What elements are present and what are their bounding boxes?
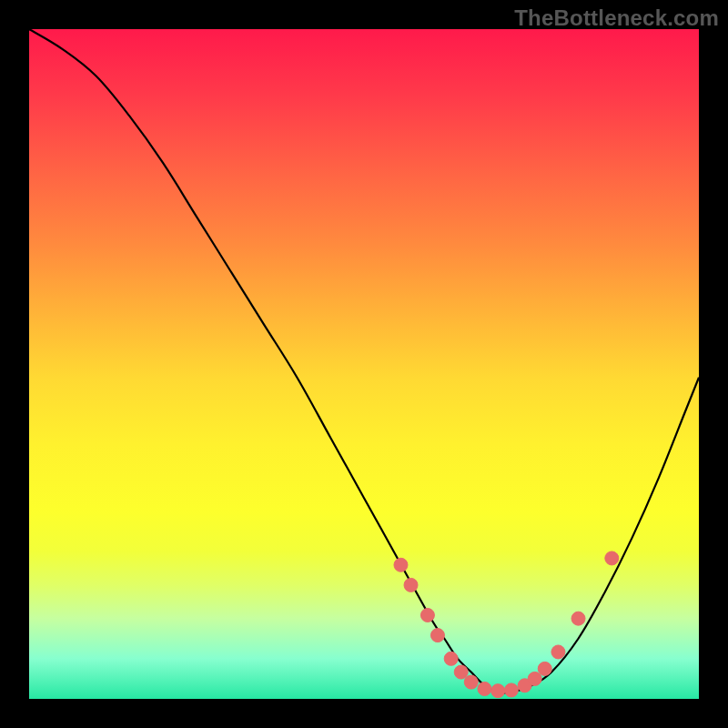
curve-marker: [538, 662, 551, 675]
curve-marker: [454, 665, 468, 679]
curve-marker: [491, 684, 505, 698]
curve-marker: [464, 675, 478, 689]
curve-marker: [478, 682, 491, 695]
bottleneck-curve: [29, 29, 699, 693]
curve-marker: [404, 578, 418, 592]
curve-marker: [444, 652, 458, 665]
chart-stage: TheBottleneck.com: [0, 0, 728, 728]
curve-marker: [430, 629, 444, 642]
curve-marker: [504, 683, 518, 697]
chart-svg: [29, 29, 699, 699]
curve-marker: [420, 609, 434, 622]
curve-marker: [394, 558, 408, 571]
curve-marker: [551, 645, 565, 659]
marker-group: [394, 551, 619, 698]
watermark-label: TheBottleneck.com: [514, 5, 719, 31]
curve-marker: [528, 672, 541, 685]
curve-marker: [571, 612, 585, 625]
curve-marker: [605, 551, 619, 565]
